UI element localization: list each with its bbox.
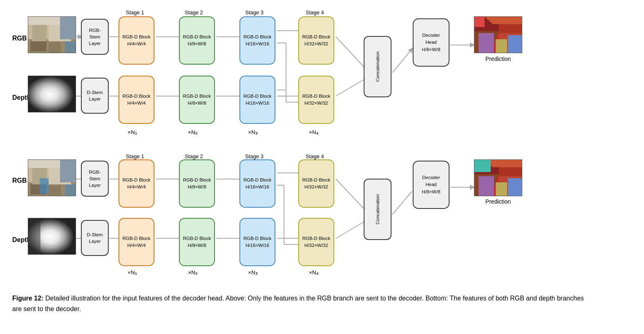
main-container: RGB Depth bbox=[0, 0, 644, 322]
block-s2-depth-2: RGB-D BlockH/8×W/8 bbox=[179, 218, 215, 266]
svg-rect-74 bbox=[479, 176, 494, 196]
svg-rect-34 bbox=[479, 33, 494, 53]
pred-image-1 bbox=[474, 16, 522, 53]
depth-image-2 bbox=[28, 218, 76, 255]
mult-s1-2: ×N₁ bbox=[127, 269, 137, 276]
svg-rect-26 bbox=[49, 42, 61, 53]
block-s4-depth-1: RGB-D BlockH/32×W/32 bbox=[298, 76, 334, 124]
stage1-label-2: Stage 1 bbox=[126, 153, 144, 159]
svg-line-16 bbox=[336, 80, 364, 96]
block-s2-rgb-2: RGB-D BlockH/8×W/8 bbox=[179, 159, 215, 208]
svg-rect-37 bbox=[474, 17, 485, 27]
svg-rect-65 bbox=[65, 184, 76, 196]
svg-rect-64 bbox=[49, 185, 61, 196]
rgb-label-1: RGB bbox=[12, 35, 27, 42]
block-s1-rgb-1: RGB-D BlockH/4×W/4 bbox=[119, 16, 154, 65]
svg-line-17 bbox=[392, 49, 412, 73]
rgb-label-2: RGB bbox=[12, 177, 27, 184]
svg-rect-76 bbox=[508, 178, 522, 196]
block-s3-depth-1: RGB-D BlockH/16×W/16 bbox=[239, 76, 275, 124]
svg-line-55 bbox=[392, 191, 412, 215]
rgb-stem-2: RGB-StemLayer bbox=[81, 161, 109, 197]
stage4-label-2: Stage 4 bbox=[306, 153, 324, 159]
svg-line-15 bbox=[336, 37, 364, 67]
svg-rect-35 bbox=[496, 39, 507, 53]
mult-s2-2: ×N₂ bbox=[188, 269, 198, 276]
concat-2: Concatenation bbox=[364, 179, 391, 240]
svg-rect-28 bbox=[28, 76, 76, 112]
block-s1-depth-2: RGB-D BlockH/4×W/4 bbox=[119, 218, 154, 266]
caption-figure-number: Figure 12: bbox=[12, 295, 43, 302]
rgb-image-1 bbox=[28, 16, 76, 53]
block-s4-rgb-1: RGB-D BlockH/32×W/32 bbox=[298, 16, 334, 65]
block-s4-depth-2: RGB-D BlockH/32×W/32 bbox=[298, 218, 334, 266]
diagram-2: RGB Depth bbox=[12, 153, 632, 288]
pred-label-1: Prediction bbox=[474, 56, 522, 62]
pred-label-2: Prediction bbox=[474, 198, 522, 205]
mult-s1-1: ×N₁ bbox=[127, 129, 137, 135]
block-s3-depth-2: RGB-D BlockH/16×W/16 bbox=[239, 218, 275, 266]
depth-image-1 bbox=[28, 76, 76, 112]
mult-s3-2: ×N₃ bbox=[248, 269, 258, 276]
svg-rect-24 bbox=[60, 17, 76, 39]
block-s3-rgb-1: RGB-D BlockH/16×W/16 bbox=[239, 16, 275, 65]
svg-rect-68 bbox=[28, 218, 40, 255]
block-s4-rgb-2: RGB-D BlockH/32×W/32 bbox=[298, 159, 334, 208]
mult-s2-1: ×N₂ bbox=[188, 129, 198, 135]
block-s2-rgb-1: RGB-D BlockH/8×W/8 bbox=[179, 16, 215, 65]
rgb-image-2 bbox=[28, 159, 76, 196]
svg-line-53 bbox=[336, 179, 364, 208]
stage1-label-1: Stage 1 bbox=[126, 9, 144, 16]
svg-rect-25 bbox=[30, 41, 47, 52]
stage2-label-1: Stage 2 bbox=[185, 9, 203, 16]
concat-1: Concatenation bbox=[364, 36, 391, 97]
diagram-1: RGB Depth bbox=[12, 8, 632, 149]
svg-rect-75 bbox=[496, 182, 507, 196]
decoder-1: Decoder HeadH/8×W/8 bbox=[413, 18, 449, 67]
caption-text: Detailed illustration for the input feat… bbox=[12, 295, 584, 312]
stage3-label-1: Stage 3 bbox=[245, 9, 264, 16]
svg-rect-27 bbox=[65, 41, 76, 53]
decoder-2: Decoder HeadH/8×W/8 bbox=[413, 161, 449, 209]
svg-line-54 bbox=[336, 222, 364, 238]
svg-rect-62 bbox=[60, 160, 76, 182]
mult-s4-2: ×N₄ bbox=[309, 269, 319, 276]
block-s1-depth-1: RGB-D BlockH/4×W/4 bbox=[119, 76, 154, 124]
block-s3-rgb-2: RGB-D BlockH/16×W/16 bbox=[239, 159, 275, 208]
pred-image-2 bbox=[474, 159, 522, 196]
stage2-label-2: Stage 2 bbox=[185, 153, 203, 159]
mult-s3-1: ×N₃ bbox=[248, 129, 258, 135]
caption-section: Figure 12: Detailed illustration for the… bbox=[12, 293, 584, 314]
d-stem-1: D-StemLayer bbox=[81, 78, 109, 114]
svg-rect-79 bbox=[474, 160, 491, 172]
block-s2-depth-1: RGB-D BlockH/8×W/8 bbox=[179, 76, 215, 124]
d-stem-2: D-StemLayer bbox=[81, 220, 109, 256]
svg-rect-66 bbox=[40, 178, 49, 194]
block-s1-rgb-2: RGB-D BlockH/4×W/4 bbox=[119, 159, 154, 208]
stage3-label-2: Stage 3 bbox=[245, 153, 264, 159]
svg-rect-36 bbox=[508, 35, 522, 53]
mult-s4-1: ×N₄ bbox=[309, 129, 319, 135]
stage4-label-1: Stage 4 bbox=[306, 9, 324, 16]
rgb-stem-1: RGB-StemLayer bbox=[81, 19, 109, 55]
